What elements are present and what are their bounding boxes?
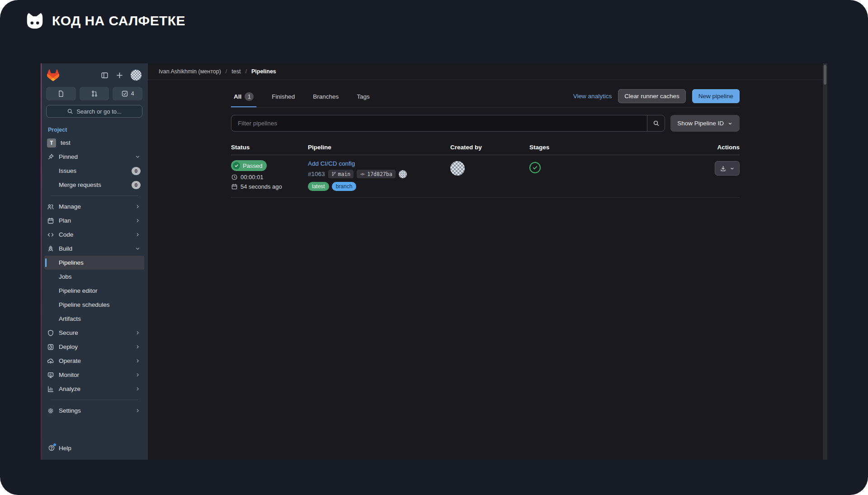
download-icon <box>720 165 726 172</box>
search-placeholder: Search or go to... <box>76 108 122 115</box>
filter-row: Show Pipeline ID <box>231 115 740 132</box>
breadcrumb-group[interactable]: Ivan Ashikhmin (ментор) <box>159 68 221 75</box>
todos-shortcut-button[interactable]: 4 <box>113 87 142 100</box>
sidebar-toggle-icon[interactable] <box>101 71 108 79</box>
sidebar-item-deploy[interactable]: Deploy <box>44 340 144 354</box>
cloud-gear-icon <box>47 357 54 365</box>
deploy-icon <box>47 343 54 351</box>
pipeline-id-link[interactable]: #1063 <box>308 171 325 177</box>
sidebar-item-project-test[interactable]: T test <box>44 136 144 150</box>
search-icon <box>67 108 73 114</box>
pipeline-tags: latest branch <box>308 182 450 191</box>
help-icon <box>48 444 55 452</box>
gitlab-window: 4 Search or go to... Project T test Pinn… <box>41 63 827 460</box>
view-analytics-link[interactable]: View analytics <box>573 93 612 100</box>
sidebar-item-code[interactable]: Code <box>44 228 144 242</box>
sidebar-item-pinned[interactable]: Pinned <box>44 150 144 164</box>
chart-icon <box>47 386 54 393</box>
chevron-down-icon <box>730 166 735 171</box>
screenshot-canvas: КОД НА САЛФЕТКЕ <box>0 0 868 495</box>
tab-branches[interactable]: Branches <box>310 92 341 107</box>
sidebar-item-analyze[interactable]: Analyze <box>44 382 144 396</box>
new-pipeline-button[interactable]: New pipeline <box>692 89 740 103</box>
column-pipeline: Pipeline <box>308 144 450 151</box>
merge-request-icon <box>91 90 98 97</box>
commit-icon <box>360 171 365 177</box>
chevron-right-icon <box>135 408 141 414</box>
shield-icon <box>47 329 54 337</box>
sidebar-item-manage[interactable]: Manage <box>44 200 144 214</box>
sidebar-item-pipeline-schedules[interactable]: Pipeline schedules <box>44 298 144 312</box>
document-icon <box>57 90 65 97</box>
notification-dot <box>53 443 56 446</box>
calendar-icon <box>47 217 54 224</box>
check-circle-icon <box>233 162 240 169</box>
merge-requests-shortcut-button[interactable] <box>80 87 109 100</box>
pin-icon <box>47 153 54 161</box>
committer-avatar[interactable] <box>399 170 407 178</box>
issues-shortcut-button[interactable] <box>46 87 76 100</box>
breadcrumb-current: Pipelines <box>251 68 276 75</box>
clock-icon <box>231 174 238 181</box>
filter-group <box>231 115 665 132</box>
sidebar-item-artifacts[interactable]: Artifacts <box>44 312 144 326</box>
chevron-right-icon <box>135 330 141 336</box>
breadcrumb-project[interactable]: test <box>231 68 241 75</box>
branch-chip[interactable]: main <box>328 170 354 178</box>
status-badge[interactable]: Passed <box>231 160 267 171</box>
pipeline-meta: #1063 main 17d827ba <box>308 170 450 178</box>
column-created-by: Created by <box>450 144 529 151</box>
project-avatar: T <box>47 138 56 148</box>
user-avatar[interactable] <box>131 70 142 81</box>
brand-header: КОД НА САЛФЕТКЕ <box>24 12 185 30</box>
code-icon <box>47 231 54 238</box>
tab-tags[interactable]: Tags <box>354 92 373 107</box>
sidebar-item-pipelines[interactable]: Pipelines <box>44 256 144 270</box>
tab-all[interactable]: All 1 <box>231 92 256 107</box>
download-artifacts-button[interactable] <box>715 161 740 176</box>
tab-finished[interactable]: Finished <box>269 92 297 107</box>
sidebar-item-issues[interactable]: Issues 0 <box>44 164 144 178</box>
chevron-right-icon <box>135 218 141 224</box>
sidebar-item-merge-requests[interactable]: Merge requests 0 <box>44 178 144 192</box>
search-box[interactable]: Search or go to... <box>46 105 142 118</box>
scrollbar-thumb[interactable] <box>824 65 826 85</box>
pipeline-title-link[interactable]: Add CI/CD config <box>308 160 450 167</box>
pipeline-cell: Add CI/CD config #1063 main 17d827ba <box>308 160 450 191</box>
sidebar-item-operate[interactable]: Operate <box>44 354 144 368</box>
gitlab-logo-icon[interactable] <box>47 69 59 81</box>
stages-cell <box>529 160 620 191</box>
chevron-down-icon <box>135 154 141 160</box>
rocket-icon <box>47 245 54 252</box>
sidebar-item-plan[interactable]: Plan <box>44 214 144 228</box>
latest-badge[interactable]: latest <box>308 182 329 191</box>
sidebar-item-monitor[interactable]: Monitor <box>44 368 144 382</box>
stage-passed-icon[interactable] <box>529 162 541 173</box>
filter-pipelines-input[interactable] <box>231 115 647 132</box>
create-new-icon[interactable] <box>116 71 123 79</box>
filter-search-button[interactable] <box>647 115 665 132</box>
sidebar-item-pipeline-editor[interactable]: Pipeline editor <box>44 284 144 298</box>
clear-runner-caches-button[interactable]: Clear runner caches <box>618 89 686 103</box>
show-pipeline-id-dropdown[interactable]: Show Pipeline ID <box>670 115 740 132</box>
sidebar-help[interactable]: Help <box>44 441 144 455</box>
sidebar-item-jobs[interactable]: Jobs <box>44 270 144 284</box>
actions-cell <box>620 160 740 191</box>
pipeline-row: Passed 00:00:01 54 seconds ago Add CI/CD… <box>231 155 740 198</box>
creator-avatar[interactable] <box>450 161 465 176</box>
pipelines-toolbar: View analytics Clear runner caches New p… <box>573 89 740 107</box>
duration-value: 00:00:01 <box>241 174 264 181</box>
sidebar-section-label: Project <box>48 127 148 133</box>
breadcrumb: Ivan Ashikhmin (ментор) / test / Pipelin… <box>148 63 823 80</box>
window-scrollbar[interactable] <box>823 63 827 460</box>
age-line: 54 seconds ago <box>231 183 308 190</box>
sidebar-divider <box>51 195 138 196</box>
commit-chip[interactable]: 17d827ba <box>357 170 395 178</box>
sidebar-item-secure[interactable]: Secure <box>44 326 144 340</box>
pipelines-content: All 1 Finished Branches Tags View analyt… <box>231 80 740 198</box>
branch-badge[interactable]: branch <box>332 182 357 191</box>
column-actions: Actions <box>620 144 740 151</box>
sidebar-shortcuts: 4 <box>46 87 142 100</box>
sidebar-item-build[interactable]: Build <box>44 242 144 256</box>
sidebar-item-settings[interactable]: Settings <box>44 404 144 418</box>
